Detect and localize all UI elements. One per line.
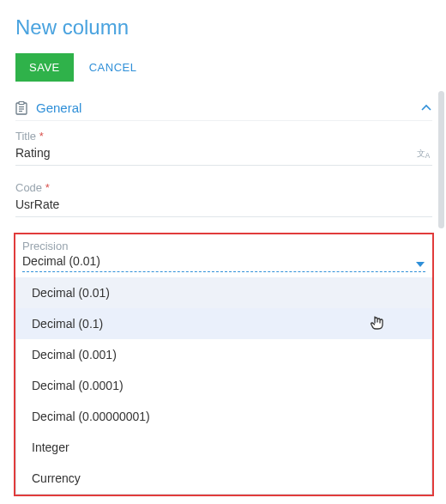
section-header-general[interactable]: General <box>15 100 432 121</box>
precision-select-value: Decimal (0.01) <box>22 254 415 268</box>
field-title: Title * 文A <box>15 130 432 166</box>
field-precision: Precision Decimal (0.01) <box>15 240 432 272</box>
action-bar: SAVE CANCEL <box>15 53 432 82</box>
required-asterisk: * <box>39 130 44 143</box>
chevron-up-icon[interactable] <box>420 104 432 112</box>
field-label-code-text: Code <box>15 181 42 194</box>
precision-option[interactable]: Currency <box>16 463 431 494</box>
svg-text:A: A <box>425 152 431 160</box>
precision-option[interactable]: Integer <box>16 432 431 463</box>
precision-dropdown: Decimal (0.01)Decimal (0.1)Decimal (0.00… <box>15 277 432 495</box>
svg-text:文: 文 <box>417 149 425 158</box>
pointer-cursor-icon <box>370 315 385 332</box>
scrollbar[interactable] <box>438 91 444 228</box>
field-code: Code * <box>15 181 432 217</box>
field-label-title: Title * <box>15 130 432 143</box>
section-header-left: General <box>15 100 81 115</box>
svg-marker-7 <box>416 262 425 267</box>
cancel-button[interactable]: CANCEL <box>89 61 137 74</box>
field-code-row <box>15 194 432 217</box>
precision-option[interactable]: Decimal (0.00000001) <box>16 401 431 432</box>
precision-highlight: Precision Decimal (0.01) Decimal (0.01)D… <box>14 233 434 496</box>
precision-select[interactable]: Decimal (0.01) <box>22 252 425 272</box>
caret-down-icon <box>415 261 425 268</box>
svg-rect-1 <box>19 101 24 104</box>
precision-option[interactable]: Decimal (0.001) <box>16 339 431 370</box>
precision-option[interactable]: Decimal (0.01) <box>16 277 431 308</box>
page-title: New column <box>15 15 432 39</box>
field-label-title-text: Title <box>15 130 36 143</box>
save-button[interactable]: SAVE <box>15 53 74 82</box>
required-asterisk: * <box>45 181 50 194</box>
field-title-row: 文A <box>15 143 432 166</box>
translate-icon[interactable]: 文A <box>417 148 432 160</box>
section-title: General <box>36 100 81 115</box>
title-input[interactable] <box>15 146 417 160</box>
code-input[interactable] <box>15 197 432 211</box>
precision-option[interactable]: Decimal (0.1) <box>16 308 431 339</box>
field-label-code: Code * <box>15 181 432 194</box>
page: New column SAVE CANCEL General Title * 文… <box>0 0 446 504</box>
form-icon <box>15 101 27 115</box>
field-label-precision: Precision <box>22 240 425 252</box>
precision-option[interactable]: Decimal (0.0001) <box>16 370 431 401</box>
